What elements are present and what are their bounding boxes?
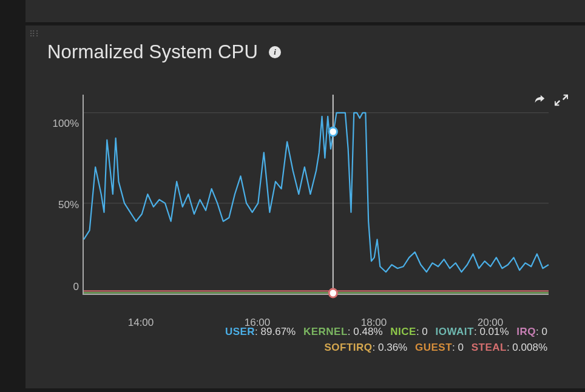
info-icon[interactable]: i: [269, 46, 281, 58]
panel-header: Normalized System CPU i: [25, 25, 585, 67]
expand-icon[interactable]: [555, 93, 568, 107]
legend-softirq: SOFTIRQ: [325, 342, 373, 353]
top-strip: [25, 0, 585, 23]
legend: USER: 89.67% KERNEL: 0.48% NICE: 0 IOWAI…: [25, 324, 547, 355]
legend-iowait: IOWAIT: [436, 326, 474, 337]
legend-nice: NICE: [390, 326, 416, 337]
y-label-100: 100%: [53, 118, 79, 130]
y-label-0: 0: [73, 281, 79, 293]
x-label-1600: 16:00: [245, 317, 271, 329]
legend-kernel: KERNEL: [303, 326, 348, 337]
x-label-2000: 20:00: [478, 317, 504, 329]
drag-handle-icon[interactable]: ⠿⠇: [29, 29, 41, 39]
x-label-1800: 18:00: [361, 317, 387, 329]
svg-point-3: [329, 127, 337, 136]
y-label-50: 50%: [58, 199, 79, 211]
chart-overlay: [83, 95, 549, 295]
legend-steal: STEAL: [472, 342, 507, 353]
chart-panel: ⠿⠇ Normalized System CPU i 100% 50% 0 14…: [25, 25, 585, 388]
legend-guest: GUEST: [415, 342, 452, 353]
panel-title: Normalized System CPU: [47, 41, 258, 63]
chart-area[interactable]: 100% 50% 0 14:00 16:00 18:00 20:00: [83, 95, 549, 295]
svg-point-4: [329, 289, 337, 297]
y-axis-labels: 100% 50% 0: [47, 95, 79, 295]
legend-irq: IRQ: [516, 326, 536, 337]
x-label-1400: 14:00: [128, 317, 154, 329]
